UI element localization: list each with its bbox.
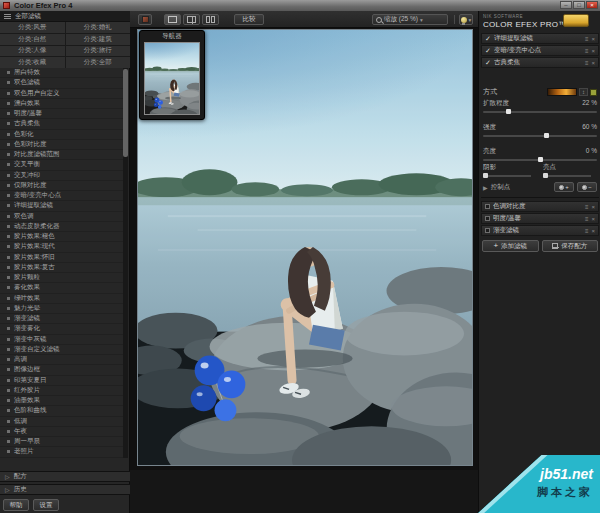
slider-track[interactable] <box>483 111 597 113</box>
remove-filter-icon[interactable]: × <box>591 216 595 222</box>
filter-item[interactable]: 渐变自定义滤镜 <box>0 345 123 355</box>
slider-handle[interactable] <box>538 157 543 162</box>
filter-item[interactable]: 魅力光晕 <box>0 304 123 314</box>
check-icon[interactable]: ✓ <box>485 35 491 43</box>
remove-filter-icon[interactable]: × <box>591 48 595 54</box>
highlights-slider-handle[interactable] <box>543 173 548 178</box>
stacked-filter-row[interactable]: 渐变滤镜 ≡ × <box>481 225 599 236</box>
preview-mode-button[interactable] <box>138 14 152 25</box>
filter-item[interactable]: 漂白效果 <box>0 99 123 109</box>
filter-options-icon[interactable]: ≡ <box>585 228 589 234</box>
applied-filter-row[interactable]: ✓ 详细提取滤镜 ≡ × <box>481 33 599 44</box>
filter-options-icon[interactable]: ≡ <box>585 216 589 222</box>
remove-filter-icon[interactable]: × <box>591 60 595 66</box>
applied-filter-row[interactable]: ✓ 古典柔焦 ≡ × <box>481 57 599 68</box>
filter-item[interactable]: 胶片效果:复古 <box>0 263 123 273</box>
slider-track[interactable] <box>483 135 597 137</box>
remove-control-point-button[interactable]: − <box>577 182 597 192</box>
remove-filter-icon[interactable]: × <box>591 36 595 42</box>
filter-item[interactable]: 胶片效果:怀旧 <box>0 253 123 263</box>
filter-item[interactable]: 雾化效果 <box>0 283 123 293</box>
filter-item[interactable]: 对比度滤镜范围 <box>0 150 123 160</box>
recipes-section-header[interactable]: ▷ 配方 <box>0 471 130 482</box>
method-extra-icon[interactable] <box>590 89 597 96</box>
navigator-thumbnail[interactable] <box>144 42 200 115</box>
side-by-side-view-button[interactable] <box>202 14 219 25</box>
close-button[interactable]: × <box>586 1 598 9</box>
filter-list-scrollbar[interactable] <box>123 68 128 458</box>
filter-options-icon[interactable]: ≡ <box>585 204 589 210</box>
check-icon[interactable]: ✓ <box>485 47 491 55</box>
compare-button[interactable]: 比较 <box>234 14 264 25</box>
highlights-slider-track[interactable] <box>543 175 591 177</box>
filter-item[interactable]: 交叉平衡 <box>0 160 123 170</box>
help-button[interactable]: 帮助 <box>3 499 29 511</box>
check-icon[interactable]: ✓ <box>485 59 491 67</box>
filter-item[interactable]: 午夜 <box>0 427 123 437</box>
filter-item[interactable]: 图像边框 <box>0 365 123 375</box>
category-item[interactable]: 分类:自然 <box>0 34 65 45</box>
filter-item[interactable]: 双色调 <box>0 212 123 222</box>
maximize-button[interactable]: □ <box>573 1 585 9</box>
filter-item[interactable]: 高调 <box>0 355 123 365</box>
scrollbar-thumb[interactable] <box>123 69 128 157</box>
settings-button[interactable]: 设置 <box>33 499 59 511</box>
category-item[interactable]: 分类:建筑 <box>66 34 131 45</box>
filter-item[interactable]: 渐变雾化 <box>0 324 123 334</box>
filter-item[interactable]: 渐变滤镜 <box>0 314 123 324</box>
stacked-filter-row[interactable]: 色调对比度 ≡ × <box>481 201 599 212</box>
filter-options-icon[interactable]: ≡ <box>585 48 589 54</box>
slider-handle[interactable] <box>544 133 549 138</box>
filter-item[interactable]: 老照片 <box>0 447 123 457</box>
filter-library-header[interactable]: 全部滤镜 <box>0 11 130 22</box>
filter-item[interactable]: 变暗/变亮中心点 <box>0 191 123 201</box>
remove-filter-icon[interactable]: × <box>591 228 595 234</box>
filter-item[interactable]: 油墨效果 <box>0 396 123 406</box>
filter-item[interactable]: 双色用户自定义 <box>0 89 123 99</box>
slider-handle[interactable] <box>506 109 511 114</box>
category-item[interactable]: 分类:婚礼 <box>66 22 131 33</box>
filter-item[interactable]: 周一早晨 <box>0 437 123 447</box>
filter-item[interactable]: 印第安夏日 <box>0 376 123 386</box>
shadows-slider-track[interactable] <box>483 175 531 177</box>
remove-filter-icon[interactable]: × <box>591 204 595 210</box>
filter-item[interactable]: 红外胶片 <box>0 386 123 396</box>
category-item[interactable]: 分类:收藏 <box>0 57 65 68</box>
filter-item[interactable]: 交叉冲印 <box>0 171 123 181</box>
filter-item[interactable]: 详细提取滤镜 <box>0 201 123 211</box>
history-section-header[interactable]: ▷ 历史 <box>0 484 130 495</box>
split-view-button[interactable] <box>183 14 200 25</box>
filter-item[interactable]: 明度/温馨 <box>0 109 123 119</box>
add-control-point-button[interactable]: + <box>554 182 574 192</box>
filter-item[interactable]: 古典柔焦 <box>0 119 123 129</box>
zoom-control[interactable]: 缩放 (25 %) ▾ <box>372 14 448 25</box>
shadows-slider-handle[interactable] <box>483 173 488 178</box>
filter-checkbox[interactable] <box>485 216 490 221</box>
category-item[interactable]: 分类:旅行 <box>66 46 131 57</box>
filter-item[interactable]: 色阶和曲线 <box>0 406 123 416</box>
method-preview-dropdown[interactable] <box>547 88 577 96</box>
category-item[interactable]: 分类:人像 <box>0 46 65 57</box>
filter-item[interactable]: 色彩对比度 <box>0 140 123 150</box>
filter-item[interactable]: 低调 <box>0 417 123 427</box>
filter-options-icon[interactable]: ≡ <box>585 60 589 66</box>
single-view-button[interactable] <box>164 14 181 25</box>
filter-item[interactable]: 动态皮肤柔化器 <box>0 222 123 232</box>
add-filter-button[interactable]: + 添加滤镜 <box>482 240 539 252</box>
filter-item[interactable]: 黑白特效 <box>0 68 123 78</box>
filter-item[interactable]: 渐变中灰镜 <box>0 335 123 345</box>
filter-item[interactable]: 胶片颗粒 <box>0 273 123 283</box>
category-item[interactable]: 分类:全部 <box>66 57 131 68</box>
filter-checkbox[interactable] <box>485 204 490 209</box>
filter-item[interactable]: 仅限对比度 <box>0 181 123 191</box>
method-stepper[interactable]: ↕ <box>579 88 588 96</box>
expand-triangle-icon[interactable]: ▶ <box>483 184 488 191</box>
filter-item[interactable]: 绿叶效果 <box>0 294 123 304</box>
category-item[interactable]: 分类:风景 <box>0 22 65 33</box>
save-recipe-button[interactable]: 保存配方 <box>542 240 599 252</box>
filter-options-icon[interactable]: ≡ <box>585 36 589 42</box>
background-color-selector[interactable]: ▾ <box>459 14 473 25</box>
applied-filter-row[interactable]: ✓ 变暗/变亮中心点 ≡ × <box>481 45 599 56</box>
filter-checkbox[interactable] <box>485 228 490 233</box>
slider-track[interactable] <box>483 159 597 161</box>
